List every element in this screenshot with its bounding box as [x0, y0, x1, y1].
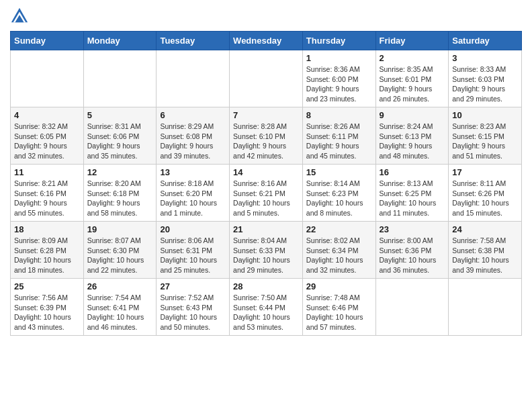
day-number: 19 — [87, 224, 153, 234]
day-info: Sunrise: 8:06 AM Sunset: 6:31 PM Dayligh… — [160, 236, 226, 275]
day-number: 14 — [233, 167, 299, 177]
day-info: Sunrise: 8:14 AM Sunset: 6:23 PM Dayligh… — [306, 179, 372, 218]
day-info: Sunrise: 8:07 AM Sunset: 6:30 PM Dayligh… — [87, 236, 153, 275]
day-info: Sunrise: 8:24 AM Sunset: 6:13 PM Dayligh… — [380, 122, 445, 161]
day-number: 10 — [452, 110, 518, 120]
calendar-cell: 16Sunrise: 8:13 AM Sunset: 6:25 PM Dayli… — [375, 165, 449, 222]
logo-icon — [10, 7, 29, 26]
day-info: Sunrise: 8:21 AM Sunset: 6:16 PM Dayligh… — [14, 179, 80, 218]
header-day-tuesday: Tuesday — [157, 32, 230, 50]
day-info: Sunrise: 7:48 AM Sunset: 6:46 PM Dayligh… — [306, 293, 372, 332]
day-info: Sunrise: 7:50 AM Sunset: 6:44 PM Dayligh… — [233, 293, 299, 332]
day-number: 28 — [233, 281, 299, 291]
day-info: Sunrise: 8:04 AM Sunset: 6:33 PM Dayligh… — [233, 236, 299, 275]
day-number: 15 — [306, 167, 372, 177]
day-info: Sunrise: 7:54 AM Sunset: 6:41 PM Dayligh… — [87, 293, 153, 332]
day-info: Sunrise: 8:35 AM Sunset: 6:01 PM Dayligh… — [380, 64, 445, 104]
calendar-week-4: 18Sunrise: 8:09 AM Sunset: 6:28 PM Dayli… — [11, 222, 522, 279]
calendar-cell — [11, 50, 84, 107]
day-number: 16 — [380, 167, 445, 177]
calendar-week-3: 11Sunrise: 8:21 AM Sunset: 6:16 PM Dayli… — [11, 165, 522, 222]
day-number: 13 — [160, 167, 226, 177]
day-info: Sunrise: 8:29 AM Sunset: 6:08 PM Dayligh… — [160, 122, 226, 161]
header-day-monday: Monday — [83, 32, 157, 50]
calendar-cell: 15Sunrise: 8:14 AM Sunset: 6:23 PM Dayli… — [302, 165, 375, 222]
page-header — [10, 7, 522, 26]
calendar-cell: 23Sunrise: 8:00 AM Sunset: 6:36 PM Dayli… — [375, 222, 449, 279]
day-number: 6 — [160, 110, 226, 120]
day-info: Sunrise: 7:58 AM Sunset: 6:38 PM Dayligh… — [452, 236, 518, 275]
day-info: Sunrise: 8:16 AM Sunset: 6:21 PM Dayligh… — [233, 179, 299, 218]
day-number: 5 — [87, 110, 153, 120]
calendar-cell: 13Sunrise: 8:18 AM Sunset: 6:20 PM Dayli… — [157, 165, 230, 222]
calendar-cell: 6Sunrise: 8:29 AM Sunset: 6:08 PM Daylig… — [157, 107, 230, 165]
day-info: Sunrise: 7:56 AM Sunset: 6:39 PM Dayligh… — [14, 293, 80, 332]
calendar-cell: 25Sunrise: 7:56 AM Sunset: 6:39 PM Dayli… — [11, 279, 84, 336]
header-day-thursday: Thursday — [302, 32, 375, 50]
calendar-cell: 21Sunrise: 8:04 AM Sunset: 6:33 PM Dayli… — [230, 222, 303, 279]
calendar-cell — [230, 50, 303, 107]
day-info: Sunrise: 8:23 AM Sunset: 6:15 PM Dayligh… — [452, 122, 518, 161]
day-number: 24 — [452, 224, 518, 234]
day-number: 8 — [306, 110, 372, 120]
calendar-cell — [83, 50, 157, 107]
logo — [10, 7, 32, 26]
calendar-cell: 3Sunrise: 8:33 AM Sunset: 6:03 PM Daylig… — [449, 50, 522, 107]
header-day-friday: Friday — [375, 32, 449, 50]
calendar-cell: 27Sunrise: 7:52 AM Sunset: 6:43 PM Dayli… — [157, 279, 230, 336]
day-number: 23 — [380, 224, 445, 234]
header-day-wednesday: Wednesday — [230, 32, 303, 50]
calendar-cell: 24Sunrise: 7:58 AM Sunset: 6:38 PM Dayli… — [449, 222, 522, 279]
calendar-cell: 20Sunrise: 8:06 AM Sunset: 6:31 PM Dayli… — [157, 222, 230, 279]
calendar-cell — [157, 50, 230, 107]
calendar-cell: 9Sunrise: 8:24 AM Sunset: 6:13 PM Daylig… — [375, 107, 449, 165]
calendar-cell: 8Sunrise: 8:26 AM Sunset: 6:11 PM Daylig… — [302, 107, 375, 165]
calendar-cell: 4Sunrise: 8:32 AM Sunset: 6:05 PM Daylig… — [11, 107, 84, 165]
calendar-week-1: 1Sunrise: 8:36 AM Sunset: 6:00 PM Daylig… — [11, 50, 522, 107]
calendar-table: SundayMondayTuesdayWednesdayThursdayFrid… — [10, 31, 522, 336]
calendar-cell: 7Sunrise: 8:28 AM Sunset: 6:10 PM Daylig… — [230, 107, 303, 165]
day-info: Sunrise: 8:13 AM Sunset: 6:25 PM Dayligh… — [380, 179, 445, 218]
day-info: Sunrise: 8:32 AM Sunset: 6:05 PM Dayligh… — [14, 122, 80, 161]
calendar-header-row: SundayMondayTuesdayWednesdayThursdayFrid… — [11, 32, 522, 50]
calendar-week-5: 25Sunrise: 7:56 AM Sunset: 6:39 PM Dayli… — [11, 279, 522, 336]
day-number: 3 — [452, 53, 518, 63]
day-info: Sunrise: 8:31 AM Sunset: 6:06 PM Dayligh… — [87, 122, 153, 161]
calendar-cell: 11Sunrise: 8:21 AM Sunset: 6:16 PM Dayli… — [11, 165, 84, 222]
calendar-cell: 14Sunrise: 8:16 AM Sunset: 6:21 PM Dayli… — [230, 165, 303, 222]
day-info: Sunrise: 8:28 AM Sunset: 6:10 PM Dayligh… — [233, 122, 299, 161]
day-number: 29 — [306, 281, 372, 291]
calendar-cell: 17Sunrise: 8:11 AM Sunset: 6:26 PM Dayli… — [449, 165, 522, 222]
calendar-cell — [375, 279, 449, 336]
calendar-week-2: 4Sunrise: 8:32 AM Sunset: 6:05 PM Daylig… — [11, 107, 522, 165]
day-info: Sunrise: 8:11 AM Sunset: 6:26 PM Dayligh… — [452, 179, 518, 218]
header-day-sunday: Sunday — [11, 32, 84, 50]
calendar-cell: 10Sunrise: 8:23 AM Sunset: 6:15 PM Dayli… — [449, 107, 522, 165]
calendar-cell: 19Sunrise: 8:07 AM Sunset: 6:30 PM Dayli… — [83, 222, 157, 279]
calendar-cell: 22Sunrise: 8:02 AM Sunset: 6:34 PM Dayli… — [302, 222, 375, 279]
day-info: Sunrise: 7:52 AM Sunset: 6:43 PM Dayligh… — [160, 293, 226, 332]
calendar-cell: 2Sunrise: 8:35 AM Sunset: 6:01 PM Daylig… — [375, 50, 449, 107]
day-info: Sunrise: 8:26 AM Sunset: 6:11 PM Dayligh… — [306, 122, 372, 161]
calendar-cell — [449, 279, 522, 336]
calendar-cell: 26Sunrise: 7:54 AM Sunset: 6:41 PM Dayli… — [83, 279, 157, 336]
day-info: Sunrise: 8:02 AM Sunset: 6:34 PM Dayligh… — [306, 236, 372, 275]
day-info: Sunrise: 8:33 AM Sunset: 6:03 PM Dayligh… — [452, 64, 518, 104]
day-number: 21 — [233, 224, 299, 234]
day-info: Sunrise: 8:09 AM Sunset: 6:28 PM Dayligh… — [14, 236, 80, 275]
day-number: 12 — [87, 167, 153, 177]
calendar-cell: 18Sunrise: 8:09 AM Sunset: 6:28 PM Dayli… — [11, 222, 84, 279]
day-number: 7 — [233, 110, 299, 120]
day-info: Sunrise: 8:20 AM Sunset: 6:18 PM Dayligh… — [87, 179, 153, 218]
day-number: 27 — [160, 281, 226, 291]
calendar-cell: 5Sunrise: 8:31 AM Sunset: 6:06 PM Daylig… — [83, 107, 157, 165]
day-number: 2 — [380, 53, 445, 63]
day-number: 4 — [14, 110, 80, 120]
calendar-cell: 28Sunrise: 7:50 AM Sunset: 6:44 PM Dayli… — [230, 279, 303, 336]
day-number: 11 — [14, 167, 80, 177]
calendar-cell: 12Sunrise: 8:20 AM Sunset: 6:18 PM Dayli… — [83, 165, 157, 222]
day-number: 22 — [306, 224, 372, 234]
day-info: Sunrise: 8:00 AM Sunset: 6:36 PM Dayligh… — [380, 236, 445, 275]
calendar-cell: 29Sunrise: 7:48 AM Sunset: 6:46 PM Dayli… — [302, 279, 375, 336]
day-number: 9 — [380, 110, 445, 120]
